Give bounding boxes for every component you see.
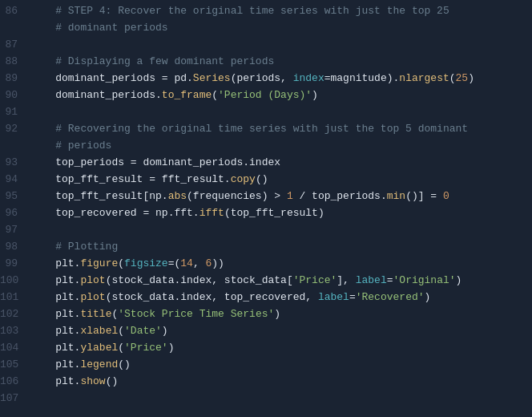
code-line: 106 plt.show() <box>0 374 532 391</box>
code-line: 89 dominant_periods = pd.Series(periods,… <box>0 71 532 87</box>
line-content: # Displaying a few dominant periods <box>30 54 274 71</box>
code-editor: 86 # STEP 4: Recover the original time s… <box>0 0 532 417</box>
code-line: 90 dominant_periods.to_frame('Period (Da… <box>0 87 532 104</box>
code-line: 91 <box>0 104 532 121</box>
line-content: top_periods = dominant_periods.index <box>30 155 280 172</box>
line-number: 88 <box>0 54 30 71</box>
code-line: # periods <box>0 138 532 155</box>
line-number: 94 <box>0 172 30 188</box>
code-line: 105 plt.legend() <box>0 357 532 374</box>
code-line: 86 # STEP 4: Recover the original time s… <box>0 3 532 20</box>
code-line: 88 # Displaying a few dominant periods <box>0 54 532 71</box>
line-number: 106 <box>0 374 30 391</box>
line-content: plt.legend() <box>30 357 131 374</box>
line-number: 91 <box>0 104 30 121</box>
code-line: 99 plt.figure(figsize=(14, 6)) <box>0 256 532 273</box>
line-number: 86 <box>0 3 30 20</box>
line-content: plt.ylabel('Price') <box>30 340 174 357</box>
line-number: 98 <box>0 239 30 256</box>
line-content: # Recovering the original time series wi… <box>30 121 468 138</box>
line-content <box>30 104 37 121</box>
line-number: 89 <box>0 71 30 87</box>
line-content: top_recovered = np.fft.ifft(top_fft_resu… <box>30 205 324 222</box>
line-content: # STEP 4: Recover the original time seri… <box>30 3 449 20</box>
line-number: 93 <box>0 155 30 172</box>
line-content: top_fft_result[np.abs(frequencies) > 1 /… <box>30 188 449 205</box>
line-content: # dominant periods <box>30 20 168 37</box>
line-number: 102 <box>0 306 30 323</box>
code-line: # dominant periods <box>0 20 532 37</box>
code-line: 95 top_fft_result[np.abs(frequencies) > … <box>0 188 532 205</box>
line-content: plt.xlabel('Date') <box>30 323 168 340</box>
line-content <box>30 391 37 407</box>
code-line: 98 # Plotting <box>0 239 532 256</box>
code-line: 92 # Recovering the original time series… <box>0 121 532 138</box>
line-number: 104 <box>0 340 30 357</box>
code-line: 94 top_fft_result = fft_result.copy() <box>0 172 532 188</box>
line-content: plt.plot(stock_data.index, top_recovered… <box>30 289 430 306</box>
line-content <box>30 222 37 239</box>
line-number: 95 <box>0 188 30 205</box>
code-line: 96 top_recovered = np.fft.ifft(top_fft_r… <box>0 205 532 222</box>
line-number: 97 <box>0 222 30 239</box>
line-content: dominant_periods = pd.Series(periods, in… <box>30 71 474 87</box>
line-number: 87 <box>0 37 30 54</box>
code-line: 104 plt.ylabel('Price') <box>0 340 532 357</box>
code-line: 87 <box>0 37 532 54</box>
line-number: 92 <box>0 121 30 138</box>
line-content: dominant_periods.to_frame('Period (Days)… <box>30 87 318 104</box>
line-number: 103 <box>0 323 30 340</box>
line-number: 99 <box>0 256 30 273</box>
line-number: 96 <box>0 205 30 222</box>
code-line: 103 plt.xlabel('Date') <box>0 323 532 340</box>
line-content: # Plotting <box>30 239 118 256</box>
line-number: 90 <box>0 87 30 104</box>
line-number: 105 <box>0 357 30 374</box>
line-content <box>30 37 37 54</box>
code-line: 97 <box>0 222 532 239</box>
code-line: 93 top_periods = dominant_periods.index <box>0 155 532 172</box>
line-content: plt.plot(stock_data.index, stock_data['P… <box>30 273 461 289</box>
line-number: 100 <box>0 273 30 289</box>
code-line: 107 <box>0 391 532 407</box>
line-content: plt.figure(figsize=(14, 6)) <box>30 256 224 273</box>
line-content: plt.title('Stock Price Time Series') <box>30 306 280 323</box>
line-content: top_fft_result = fft_result.copy() <box>30 172 268 188</box>
line-content: # periods <box>30 138 111 155</box>
code-line: 102 plt.title('Stock Price Time Series') <box>0 306 532 323</box>
line-number: 101 <box>0 289 30 306</box>
code-line: 100 plt.plot(stock_data.index, stock_dat… <box>0 273 532 289</box>
line-number: 107 <box>0 391 30 407</box>
line-content: plt.show() <box>30 374 118 391</box>
code-line: 101 plt.plot(stock_data.index, top_recov… <box>0 289 532 306</box>
